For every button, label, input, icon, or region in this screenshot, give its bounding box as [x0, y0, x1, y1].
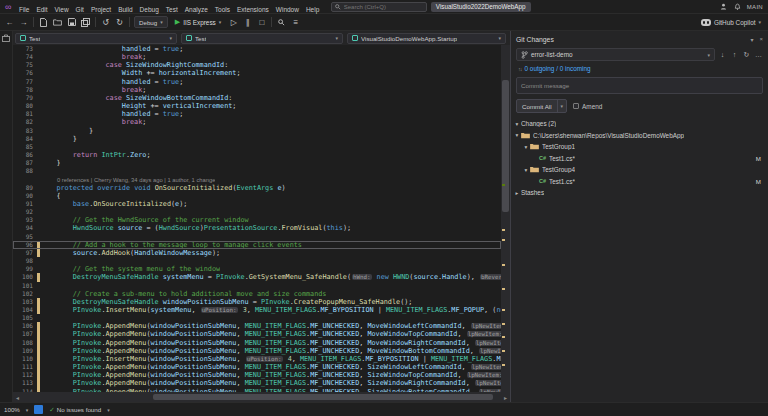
line-number[interactable]: 98	[13, 257, 37, 265]
line-number[interactable]: 100	[13, 273, 37, 281]
pause-icon[interactable]: ∥	[242, 16, 253, 28]
code-line-81[interactable]: 81 handled = true;	[13, 110, 501, 118]
code-line-107[interactable]: 107 PInvoke.AppendMenu(windowPositionSub…	[13, 330, 501, 338]
line-number[interactable]: 79	[13, 94, 37, 102]
line-number[interactable]: 102	[13, 290, 37, 298]
redo-icon[interactable]: ↻	[114, 16, 125, 28]
code-line-84[interactable]: 84 }	[13, 135, 501, 143]
checkbox[interactable]	[573, 103, 579, 109]
code-line-75[interactable]: 75 case SizeWindowRightCommandId:	[13, 61, 501, 69]
vertical-scrollbar[interactable]	[501, 45, 510, 392]
code-line-98[interactable]: 98	[13, 257, 501, 265]
code-line-111[interactable]: 111 PInvoke.AppendMenu(windowPositionSub…	[13, 363, 501, 371]
code-line-110[interactable]: 110 PInvoke.InsertMenu(windowPositionSub…	[13, 355, 501, 363]
nav-dropdown-type[interactable]: Test ▾	[181, 33, 343, 44]
code-line-106[interactable]: 106 PInvoke.AppendMenu(windowPositionSub…	[13, 322, 501, 330]
line-number[interactable]: 95	[13, 233, 37, 241]
scroll-right-icon[interactable]: ▸	[501, 394, 510, 401]
solution-explorer-icon[interactable]: ≡	[290, 16, 301, 28]
git-tree-item-file[interactable]: C#Test1.cs*M	[511, 153, 768, 165]
code-line-85[interactable]: 85	[13, 143, 501, 151]
save-all-icon[interactable]	[80, 16, 91, 28]
line-number[interactable]: 75	[13, 61, 37, 69]
code-line-94[interactable]: 94 HwndSource source = (HwndSource)Prese…	[13, 224, 501, 232]
line-number[interactable]: 92	[13, 208, 37, 216]
line-number[interactable]: 77	[13, 78, 37, 86]
line-number[interactable]: 103	[13, 298, 37, 306]
stop-icon[interactable]: □	[256, 16, 267, 28]
undo-icon[interactable]: ↺	[100, 16, 111, 28]
more-actions-icon[interactable]: …	[754, 50, 763, 59]
code-line-102[interactable]: 102 // Create a sub-menu to hold additio…	[13, 290, 501, 298]
code-line-95[interactable]: 95	[13, 233, 501, 241]
code-line-97[interactable]: 97 source.AddHook(HandleWindowMessage);	[13, 249, 501, 257]
menu-debug[interactable]: Debug	[136, 6, 162, 13]
code-line-83[interactable]: 83 }	[13, 127, 501, 135]
code-line-91[interactable]: 91 base.OnSourceInitialized(e);	[13, 200, 501, 208]
code-line-100[interactable]: 100 DestroyMenuSafeHandle systemMenu = P…	[13, 273, 501, 281]
line-number[interactable]: 108	[13, 339, 37, 347]
line-number[interactable]: 84	[13, 135, 37, 143]
menu-view[interactable]: View	[51, 6, 72, 13]
line-number[interactable]: 104	[13, 306, 37, 314]
amend-checkbox[interactable]: Amend	[573, 103, 602, 110]
git-tree-item-file[interactable]: C#Test1.cs*M	[511, 176, 768, 188]
codelens-row[interactable]: 0 references | Cherry Wang, 34 days ago …	[13, 176, 501, 184]
fetch-icon[interactable]: ↓	[718, 50, 727, 59]
code-line-105[interactable]: 105	[13, 314, 501, 322]
git-changes-header[interactable]: Git Changes ▾ ×	[511, 31, 768, 47]
code-editor[interactable]: 73 handled = true;74 break;75 case SizeW…	[13, 45, 501, 392]
code-line-104[interactable]: 104 PInvoke.InsertMenu(systemMenu, uPosi…	[13, 306, 501, 314]
line-number[interactable]: 83	[13, 127, 37, 135]
code-line-89[interactable]: 89 protected override void OnSourceIniti…	[13, 184, 501, 192]
line-number[interactable]: 88	[13, 167, 37, 175]
line-number[interactable]: 93	[13, 216, 37, 224]
code-line-88[interactable]: 88	[13, 167, 501, 175]
scroll-left-icon[interactable]: ◂	[13, 394, 22, 401]
code-line-93[interactable]: 93 // Get the HwndSource of the current …	[13, 216, 501, 224]
code-line-77[interactable]: 77 handled = true;	[13, 78, 501, 86]
line-number[interactable]: 97	[13, 249, 37, 257]
line-number[interactable]: 90	[13, 192, 37, 200]
line-number[interactable]: 96	[13, 241, 37, 249]
bell-icon[interactable]	[733, 2, 742, 11]
close-icon[interactable]: ×	[759, 36, 763, 43]
line-number[interactable]: 80	[13, 102, 37, 110]
navigate-forward-icon[interactable]: →	[18, 16, 29, 28]
code-line-113[interactable]: 113 PInvoke.AppendMenu(windowPositionSub…	[13, 379, 501, 387]
line-number[interactable]: 74	[13, 53, 37, 61]
code-line-96[interactable]: 96 // Add a hook to the message loop to …	[13, 241, 501, 249]
code-line-74[interactable]: 74 break;	[13, 53, 501, 61]
nav-dropdown-project[interactable]: Test ▾	[15, 33, 177, 44]
code-line-80[interactable]: 80 Height += verticalIncrement;	[13, 102, 501, 110]
stashes-group-header[interactable]: ▸ Stashes	[511, 187, 768, 199]
line-number[interactable]: 101	[13, 282, 37, 290]
menu-git[interactable]: Git	[72, 6, 87, 13]
solution-name-badge[interactable]: VisualStudio2022DemoWebApp	[431, 2, 531, 12]
commit-message-box[interactable]	[516, 77, 763, 94]
search-box[interactable]	[331, 2, 427, 12]
git-tree-item-folder[interactable]: ▾TestGroup1	[511, 141, 768, 153]
code-line-73[interactable]: 73 handled = true;	[13, 45, 501, 53]
line-number[interactable]: 85	[13, 143, 37, 151]
line-number[interactable]: 107	[13, 330, 37, 338]
code-line-86[interactable]: 86 return IntPtr.Zero;	[13, 151, 501, 159]
menu-help[interactable]: Help	[302, 6, 322, 13]
open-folder-icon[interactable]	[52, 16, 63, 28]
chevron-down-icon[interactable]: ▾	[557, 100, 567, 112]
horizontal-scrollbar[interactable]: ◂ ▸	[13, 392, 510, 402]
line-number[interactable]: 87	[13, 159, 37, 167]
git-tree-item-repo[interactable]: ▾C:\Users\shenwan\Repos\VisualStudioDemo…	[511, 130, 768, 142]
commit-message-input[interactable]	[517, 78, 762, 93]
menu-build[interactable]: Build	[115, 6, 136, 13]
search-input[interactable]	[344, 4, 423, 10]
line-number[interactable]: 109	[13, 347, 37, 355]
git-tree-item-folder[interactable]: ▾TestGroup4	[511, 164, 768, 176]
code-line-99[interactable]: 99 // Get the system menu of the window	[13, 265, 501, 273]
code-line-92[interactable]: 92	[13, 208, 501, 216]
line-number[interactable]: 73	[13, 45, 37, 53]
sync-status-link[interactable]: ↑↓ 0 outgoing / 0 incoming	[511, 62, 768, 75]
line-number[interactable]: 76	[13, 69, 37, 77]
line-number[interactable]: 111	[13, 363, 37, 371]
line-number[interactable]: 91	[13, 200, 37, 208]
